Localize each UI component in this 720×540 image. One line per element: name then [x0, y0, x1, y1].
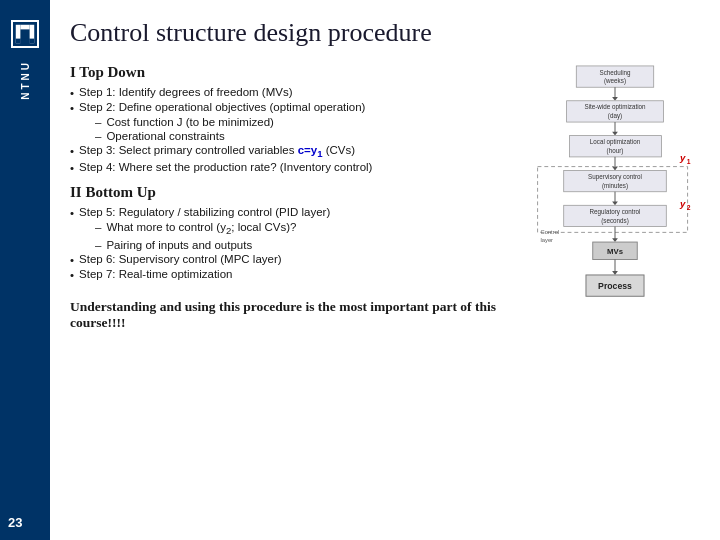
list-item: • Step 2: Define operational objectives …: [70, 101, 520, 114]
bullet-icon: •: [70, 87, 74, 99]
list-item: • Step 1: Identify degrees of freedom (M…: [70, 86, 520, 99]
section-ii-bullets: • Step 5: Regulatory / stabilizing contr…: [70, 206, 520, 280]
bullet-icon: •: [70, 102, 74, 114]
svg-text:Control: Control: [540, 229, 559, 235]
svg-rect-4: [16, 39, 21, 44]
step1-text: Step 1: Identify degrees of freedom (MVs…: [79, 86, 293, 98]
svg-rect-2: [20, 25, 29, 30]
svg-text:Supervisory control: Supervisory control: [588, 173, 642, 181]
step5-text: Step 5: Regulatory / stabilizing control…: [79, 206, 330, 218]
list-item: Operational constraints: [95, 130, 520, 142]
sidebar: NTNU 23: [0, 0, 50, 540]
svg-marker-38: [612, 238, 618, 242]
ntnu-logo-square: [11, 20, 39, 48]
bullet-icon: •: [70, 162, 74, 174]
step4-text: Step 4: Where set the production rate? (…: [79, 161, 372, 173]
section-i-bullets: • Step 1: Identify degrees of freedom (M…: [70, 86, 520, 174]
svg-text:Local optimization: Local optimization: [590, 138, 641, 146]
control-diagram: Scheduling (weeks) Site-wide optimizatio…: [530, 64, 700, 364]
content-area: I Top Down • Step 1: Identify degrees of…: [70, 64, 700, 368]
section-i-heading: I Top Down: [70, 64, 520, 81]
sub-item: Cost function J (to be minimized): [106, 116, 273, 128]
svg-text:(hour): (hour): [607, 147, 624, 155]
list-item: Cost function J (to be minimized): [95, 116, 520, 128]
svg-text:(day): (day): [608, 112, 622, 120]
step2-sub: Cost function J (to be minimized) Operat…: [95, 116, 520, 142]
sub-item: What more to control (y2; local CVs)?: [106, 221, 296, 236]
sub-item: Operational constraints: [106, 130, 224, 142]
step7-text: Step 7: Real-time optimization: [79, 268, 232, 280]
svg-marker-23: [612, 167, 618, 171]
svg-marker-16: [612, 132, 618, 136]
svg-text:Regulatory control: Regulatory control: [590, 208, 641, 216]
list-item: • Step 3: Select primary controlled vari…: [70, 144, 520, 159]
svg-marker-42: [612, 271, 618, 275]
diagram-area: Scheduling (weeks) Site-wide optimizatio…: [530, 64, 700, 368]
bullet-icon: •: [70, 207, 74, 219]
section-ii: II Bottom Up • Step 5: Regulatory / stab…: [70, 184, 520, 280]
step3-text: Step 3: Select primary controlled variab…: [79, 144, 355, 159]
main-content: Control structure design procedure I Top…: [50, 0, 720, 540]
svg-text:(seconds): (seconds): [601, 217, 629, 225]
list-item: • Step 7: Real-time optimization: [70, 268, 520, 281]
svg-rect-6: [30, 39, 35, 44]
list-item: • Step 5: Regulatory / stabilizing contr…: [70, 206, 520, 219]
step6-text: Step 6: Supervisory control (MPC layer): [79, 253, 282, 265]
section-ii-heading: II Bottom Up: [70, 184, 520, 201]
page-title: Control structure design procedure: [70, 18, 700, 48]
list-item: • Step 6: Supervisory control (MPC layer…: [70, 253, 520, 266]
svg-text:1: 1: [687, 158, 691, 165]
page-number: 23: [8, 515, 22, 530]
list-item: What more to control (y2; local CVs)?: [95, 221, 520, 236]
bullet-icon: •: [70, 269, 74, 281]
svg-text:Site-wide optimization: Site-wide optimization: [584, 103, 646, 111]
text-content: I Top Down • Step 1: Identify degrees of…: [70, 64, 520, 368]
step2-text: Step 2: Define operational objectives (o…: [79, 101, 365, 113]
svg-text:(minutes): (minutes): [602, 182, 628, 190]
bullet-icon: •: [70, 145, 74, 157]
svg-text:Scheduling: Scheduling: [599, 69, 631, 77]
svg-text:MVs: MVs: [607, 247, 623, 256]
svg-marker-33: [612, 201, 618, 205]
sub-item: Pairing of inputs and outputs: [106, 239, 252, 251]
svg-rect-5: [20, 39, 29, 44]
list-item: • Step 4: Where set the production rate?…: [70, 161, 520, 174]
list-item: Pairing of inputs and outputs: [95, 239, 520, 251]
bullet-icon: •: [70, 254, 74, 266]
emphasis-text: Understanding and using this procedure i…: [70, 299, 520, 331]
svg-text:y: y: [679, 152, 686, 163]
svg-text:y: y: [679, 198, 686, 209]
svg-text:Process: Process: [598, 281, 632, 291]
step5-sub: What more to control (y2; local CVs)? Pa…: [95, 221, 520, 250]
svg-marker-11: [612, 97, 618, 101]
svg-text:(weeks): (weeks): [604, 77, 626, 85]
section-i: I Top Down • Step 1: Identify degrees of…: [70, 64, 520, 174]
svg-text:2: 2: [687, 204, 691, 211]
ntnu-text: NTNU: [20, 60, 31, 100]
svg-text:layer: layer: [540, 237, 553, 243]
